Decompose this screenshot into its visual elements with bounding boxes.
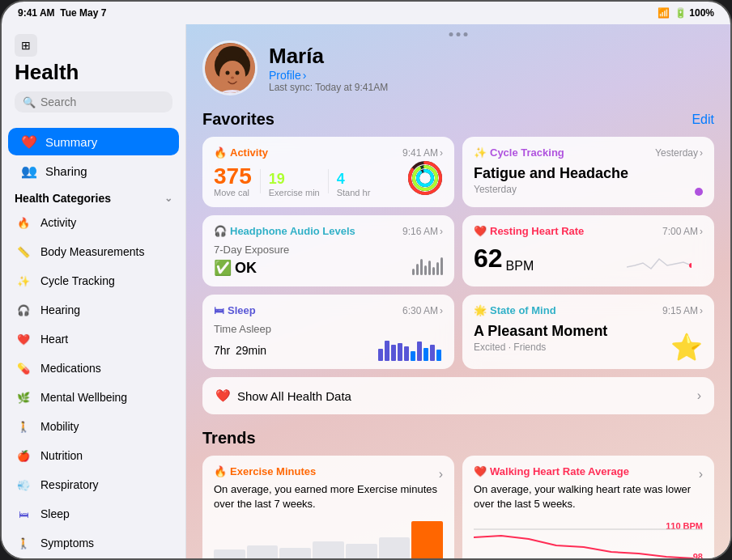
sidebar-item-body-measurements[interactable]: 📏 Body Measurements (2, 237, 185, 266)
chevron-right-icon: › (303, 69, 307, 82)
chevron-right-walking-hr-icon: › (699, 467, 703, 482)
sleep-card[interactable]: 🛏 Sleep 6:30 AM › Time Asleep 7hr 29min (202, 295, 454, 369)
sidebar-grid-icon: ⊞ (15, 34, 37, 57)
headphone-bars (412, 251, 443, 275)
headphone-card[interactable]: 🎧 Headphone Audio Levels 9:16 AM › 7-Day… (202, 215, 454, 286)
profile-name: María (269, 44, 388, 69)
sidebar-item-cycle-tracking[interactable]: ✨ Cycle Tracking (2, 266, 185, 295)
sidebar-item-activity[interactable]: 🔥 Activity (2, 208, 185, 237)
chevron-right-hp-icon: › (440, 226, 443, 237)
exercise-label: Exercise min (269, 188, 320, 197)
svg-rect-21 (404, 346, 409, 361)
mental-wellbeing-icon: 🌿 (15, 388, 32, 406)
move-unit: cal (238, 188, 249, 197)
heart-rate-unit: BPM (506, 259, 534, 274)
chevron-right-cycle-icon: › (700, 147, 703, 159)
search-bar[interactable]: 🔍 🎤 (15, 91, 172, 112)
status-bar: 9:41 AM Tue May 7 📶 🔋 100% (2, 2, 730, 24)
sidebar-item-mental-wellbeing[interactable]: 🌿 Mental Wellbeing (2, 383, 185, 412)
cycle-card-title: ✨ Cycle Tracking (474, 146, 564, 159)
favorites-title: Favorites (202, 110, 274, 129)
exercise-value: 19 (269, 171, 320, 188)
sidebar-item-sleep[interactable]: 🛏 Sleep (2, 499, 185, 528)
medications-icon: 💊 (15, 359, 32, 377)
stand-value: 4 (337, 171, 371, 188)
favorites-grid: 🔥 Activity 9:41 AM › 375 (202, 137, 714, 369)
profile-info: María Profile › Last sync: Today at 9:41… (269, 44, 388, 93)
nutrition-icon: 🍎 (15, 447, 32, 465)
ok-badge: ✅ OK (214, 259, 443, 277)
respiratory-icon: 💨 (15, 476, 32, 494)
sidebar-item-symptoms[interactable]: 🚶 Symptoms (2, 528, 185, 558)
sidebar-item-hearing[interactable]: 🎧 Hearing (2, 295, 185, 325)
battery-icon: 🔋 100% (675, 7, 714, 19)
sidebar: ⊞ Health 🔍 🎤 ❤️ Summary 👥 Sharing (2, 24, 186, 558)
svg-point-15 (418, 171, 432, 185)
chevron-right-sleep-icon: › (440, 305, 443, 316)
svg-rect-17 (378, 349, 383, 361)
nav-item-sharing[interactable]: 👥 Sharing (8, 157, 179, 185)
edit-button[interactable]: Edit (692, 112, 714, 127)
trends-title: Trends (202, 429, 256, 448)
sidebar-item-vitals[interactable]: 📈 Vitals (2, 558, 185, 558)
show-all-health-data[interactable]: ❤️ Show All Health Data › (202, 377, 714, 414)
activity-card[interactable]: 🔥 Activity 9:41 AM › 375 (202, 137, 454, 207)
sidebar-item-nutrition[interactable]: 🍎 Nutrition (2, 441, 185, 470)
chevron-down-icon: ⌄ (164, 193, 172, 204)
main-scroll: María Profile › Last sync: Today at 9:41… (186, 24, 730, 558)
exercise-top-label: 63 min (415, 521, 443, 531)
cycle-icon: ✨ (474, 146, 487, 159)
categories-header[interactable]: Health Categories ⌄ (2, 185, 185, 208)
cycle-date: Yesterday (474, 184, 703, 195)
app-title: Health (15, 60, 172, 85)
sleep-card-header: 🛏 Sleep 6:30 AM › (214, 304, 443, 316)
hr-card-title: ❤️ Resting Heart Rate (474, 225, 584, 237)
heart-rate-icon: ❤️ (474, 225, 487, 237)
walking-hr-bottom-label: 98 (693, 552, 703, 558)
main-content: María Profile › Last sync: Today at 9:41… (186, 24, 730, 558)
som-card-title: 🌟 State of Mind (474, 304, 556, 316)
exercise-trend-icon: 🔥 (214, 465, 227, 477)
sidebar-item-mobility[interactable]: 🚶 Mobility (2, 412, 185, 441)
mobility-icon: 🚶 (15, 418, 32, 435)
profile-section: María Profile › Last sync: Today at 9:41… (202, 37, 714, 95)
cycle-symptom: Fatigue and Headache (474, 165, 703, 182)
walking-hr-trend-card[interactable]: ❤️ Walking Heart Rate Average › On avera… (462, 456, 714, 558)
headphone-icon: 🎧 (214, 225, 227, 237)
sidebar-item-respiratory[interactable]: 💨 Respiratory (2, 470, 185, 499)
svg-rect-19 (391, 345, 396, 361)
sleep-card-title: 🛏 Sleep (214, 304, 256, 316)
heart-show-all-icon: ❤️ (215, 388, 231, 403)
cycle-card-header: ✨ Cycle Tracking Yesterday › (474, 146, 703, 159)
activity-card-header: 🔥 Activity 9:41 AM › (214, 146, 443, 159)
sidebar-grid-row: ⊞ (15, 34, 172, 57)
state-of-mind-card[interactable]: 🌟 State of Mind 9:15 AM › A Pleasant Mom… (462, 295, 714, 369)
walking-hr-desc: On average, your walking heart rate was … (474, 482, 703, 511)
stand-stat: 4 Stand hr (337, 171, 371, 197)
heart-rate-card[interactable]: ❤️ Resting Heart Rate 7:00 AM › 62 BPM (462, 215, 714, 286)
sleep-icon: 🛏 (15, 505, 32, 523)
trends-grid: 🔥 Exercise Minutes › On average, you ear… (202, 456, 714, 558)
som-icon: 🌟 (474, 304, 487, 316)
search-input[interactable] (40, 95, 182, 108)
cycle-tracking-card[interactable]: ✨ Cycle Tracking Yesterday › Fatigue and… (462, 137, 714, 207)
cycle-tracking-icon: ✨ (15, 272, 32, 290)
check-icon: ✅ (214, 259, 232, 277)
sidebar-item-heart[interactable]: ❤️ Heart (2, 325, 185, 354)
search-icon: 🔍 (23, 96, 36, 108)
nav-item-summary[interactable]: ❤️ Summary (8, 128, 179, 155)
sidebar-item-medications[interactable]: 💊 Medications (2, 354, 185, 383)
svg-point-6 (236, 71, 240, 75)
move-label: Move cal (214, 188, 252, 197)
chevron-right-exercise-trend-icon: › (439, 467, 443, 482)
hearing-icon: 🎧 (15, 301, 32, 319)
walking-hr-icon: ❤️ (474, 465, 487, 477)
exercise-trend-chart: 63 min 31 min (214, 521, 443, 558)
profile-link[interactable]: Profile › (269, 69, 388, 82)
som-value: A Pleasant Moment (474, 323, 703, 340)
summary-icon: ❤️ (21, 134, 37, 150)
cycle-card-time: Yesterday › (655, 147, 703, 159)
exercise-trend-card[interactable]: 🔥 Exercise Minutes › On average, you ear… (202, 456, 454, 558)
three-dots (449, 32, 468, 36)
ipad-frame: 9:41 AM Tue May 7 📶 🔋 100% ⊞ Health 🔍 🎤 (0, 0, 732, 560)
